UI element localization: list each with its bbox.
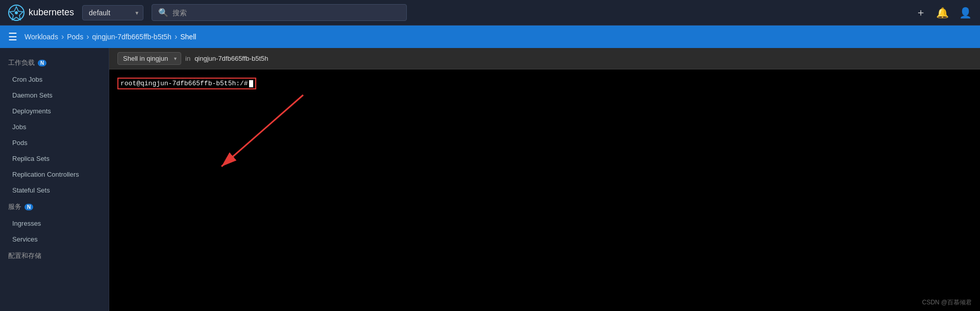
search-input[interactable] — [173, 9, 400, 17]
sidebar-item-deployments[interactable]: Deployments — [0, 103, 109, 119]
services-badge: N — [24, 204, 33, 210]
sidebar-item-stateful-sets[interactable]: Stateful Sets — [0, 182, 109, 198]
shell-pod-name: qingjun-7dfb665ffb-b5t5h — [194, 55, 268, 62]
namespace-select[interactable]: default — [82, 5, 143, 20]
terminal-prompt-text: root@qingjun-7dfb665ffb-b5t5h:/# — [120, 80, 248, 87]
logo-area: kubernetes — [8, 5, 74, 21]
sidebar-item-cron-jobs[interactable]: Cron Jobs — [0, 71, 109, 87]
workloads-label: 工作负载 — [8, 58, 35, 67]
add-button[interactable]: ＋ — [916, 6, 926, 19]
breadcrumb-workloads[interactable]: Workloads — [24, 33, 58, 41]
footer-watermark: CSDN @百慕倾君 — [922, 298, 972, 307]
sidebar-item-jobs[interactable]: Jobs — [0, 119, 109, 135]
search-area[interactable]: 🔍 — [152, 4, 407, 21]
menu-icon[interactable]: ☰ — [8, 31, 17, 43]
sidebar-section-config: 配置和存储 — [0, 247, 109, 265]
sidebar-item-ingresses[interactable]: Ingresses — [0, 216, 109, 231]
sidebar-item-pods[interactable]: Pods — [0, 135, 109, 151]
workloads-badge: N — [38, 60, 46, 66]
kubernetes-logo-icon — [8, 5, 24, 21]
search-icon: 🔍 — [158, 8, 168, 17]
breadcrumb-pods[interactable]: Pods — [67, 33, 83, 41]
sidebar-section-workloads: 工作负载 N — [0, 54, 109, 71]
namespace-wrapper[interactable]: default — [82, 5, 143, 20]
sidebar-section-services: 服务 N — [0, 198, 109, 216]
top-nav: kubernetes default 🔍 ＋ 🔔 👤 — [0, 0, 980, 26]
breadcrumb-sep-1: › — [61, 32, 64, 41]
svg-point-2 — [15, 11, 18, 14]
sidebar-item-daemon-sets[interactable]: Daemon Sets — [0, 87, 109, 103]
breadcrumb-pod-name[interactable]: qingjun-7dfb665ffb-b5t5h — [92, 33, 171, 41]
terminal-prompt-box: root@qingjun-7dfb665ffb-b5t5h:/# — [117, 78, 256, 89]
shell-selector-wrapper[interactable]: Shell in qingjun — [117, 52, 181, 65]
breadcrumb-current: Shell — [180, 33, 196, 41]
sidebar: 工作负载 N Cron Jobs Daemon Sets Deployments… — [0, 48, 109, 311]
content-area: Shell in qingjun in qingjun-7dfb665ffb-b… — [109, 48, 980, 311]
terminal-cursor — [249, 80, 253, 87]
sidebar-item-services[interactable]: Services — [0, 231, 109, 247]
shell-header: Shell in qingjun in qingjun-7dfb665ffb-b… — [109, 48, 980, 69]
main-layout: 工作负载 N Cron Jobs Daemon Sets Deployments… — [0, 48, 980, 311]
arrow-annotation — [191, 90, 344, 202]
shell-in-label: in — [185, 55, 190, 62]
svg-line-4 — [222, 95, 303, 166]
config-label: 配置和存储 — [8, 251, 41, 260]
logo-text: kubernetes — [29, 7, 74, 18]
account-button[interactable]: 👤 — [959, 7, 972, 19]
terminal[interactable]: root@qingjun-7dfb665ffb-b5t5h:/# — [109, 69, 980, 311]
breadcrumb-sep-2: › — [86, 32, 89, 41]
breadcrumb-bar: ☰ Workloads › Pods › qingjun-7dfb665ffb-… — [0, 26, 980, 48]
services-label: 服务 — [8, 202, 21, 211]
breadcrumb-sep-3: › — [175, 32, 177, 41]
notifications-button[interactable]: 🔔 — [936, 7, 949, 19]
sidebar-item-replication-controllers[interactable]: Replication Controllers — [0, 166, 109, 182]
terminal-prompt-line: root@qingjun-7dfb665ffb-b5t5h:/# — [117, 78, 256, 89]
sidebar-item-replica-sets[interactable]: Replica Sets — [0, 151, 109, 166]
shell-container-select[interactable]: Shell in qingjun — [117, 52, 181, 65]
nav-icons: ＋ 🔔 👤 — [916, 6, 972, 19]
